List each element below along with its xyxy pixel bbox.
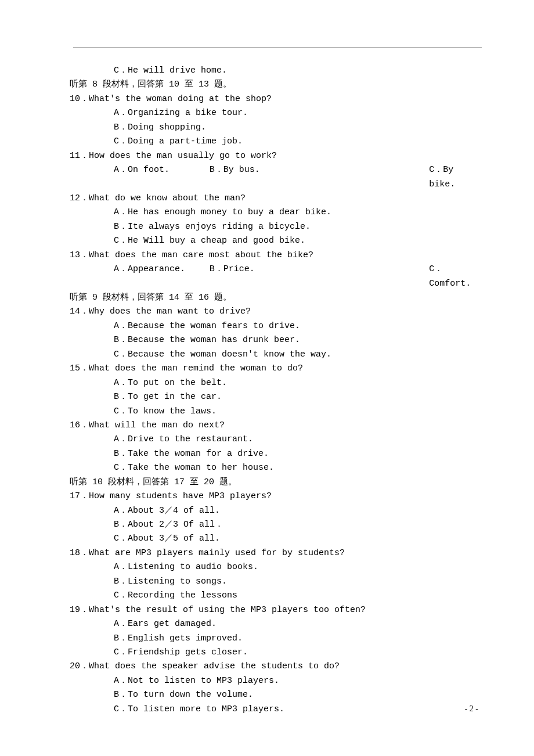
text-line: C．Doing a part-time job.	[70, 135, 482, 149]
text-line: A．Because the woman fears to drive.	[70, 319, 482, 333]
text-line: 11．How does the man usually go to work?	[70, 149, 482, 163]
option-b: B．Price.	[210, 262, 430, 291]
text-line: 听第 10 段材料，回答第 17 至 20 题。	[70, 476, 482, 489]
text-line: 听第 9 段材料，回答第 14 至 16 题。	[70, 291, 482, 305]
option-a: A．Appearance.	[114, 262, 210, 291]
option-a: A．On foot.	[114, 163, 210, 192]
text-line: B．English gets improved.	[70, 632, 482, 646]
text-line: 12．What do we know about the man?	[70, 192, 482, 206]
text-line: 19．What's the result of using the MP3 pl…	[70, 603, 482, 617]
text-line: C．He will drive home.	[70, 64, 482, 78]
text-line: 17．How many students have MP3 players?	[70, 489, 482, 503]
text-line: 10．What's the woman doing at the shop?	[70, 92, 482, 106]
text-line: B．Ite always enjoys riding a bicycle.	[70, 220, 482, 234]
text-line: 15．What does the man remind the woman to…	[70, 362, 482, 376]
text-line: C．Because the woman doesn't know the way…	[70, 348, 482, 362]
text-line: A．Organizing a bike tour.	[70, 106, 482, 120]
text-line: 18．What are MP3 players mainly used for …	[70, 546, 482, 560]
text-line: 20．What does the speaker advise the stud…	[70, 660, 482, 674]
text-line: B．Listening to songs.	[70, 575, 482, 589]
text-line: C．Recording the lessons	[70, 589, 482, 603]
exam-page-content: C．He will drive home.听第 8 段材料，回答第 10 至 1…	[0, 0, 534, 717]
text-line: B．Take the woman for a drive.	[70, 447, 482, 461]
text-line: 13．What does the man care most about the…	[70, 249, 482, 262]
text-line: B．Doing shopping.	[70, 121, 482, 135]
text-line: B．About 2／3 Of all．	[70, 518, 482, 532]
text-line: A．Drive to the restaurant.	[70, 433, 482, 447]
text-line: C．To know the laws.	[70, 405, 482, 419]
option-c: C．Comfort.	[429, 262, 482, 291]
option-b: B．By bus.	[210, 163, 430, 192]
text-line: B．To get in the car.	[70, 390, 482, 404]
text-line: C．Friendship gets closer.	[70, 646, 482, 660]
option-row: A．On foot.B．By bus.C．By bike.	[70, 163, 482, 192]
page-number: - 2 -	[465, 703, 478, 716]
text-line: B．Because the woman has drunk beer.	[70, 333, 482, 347]
text-line: 听第 8 段材料，回答第 10 至 13 题。	[70, 78, 482, 92]
text-line: 16．What will the man do next?	[70, 419, 482, 433]
text-line: A．He has enough money to buy a dear bike…	[70, 206, 482, 219]
text-line: A．Listening to audio books.	[70, 560, 482, 574]
text-line: 14．Why does the man want to drive?	[70, 305, 482, 319]
text-line: C．Take the woman to her house.	[70, 461, 482, 475]
text-line: A．Ears get damaged.	[70, 617, 482, 631]
text-line: C．He Will buy a cheap and good bike.	[70, 234, 482, 248]
option-row: A．Appearance.B．Price.C．Comfort.	[70, 262, 482, 291]
option-c: C．By bike.	[429, 163, 482, 192]
horizontal-rule	[73, 48, 482, 48]
text-line: A．To put on the belt.	[70, 376, 482, 390]
text-line: C．To listen more to MP3 players.	[70, 703, 482, 717]
text-line: A．Not to listen to MP3 players.	[70, 674, 482, 688]
text-line: A．About 3／4 of all.	[70, 504, 482, 518]
text-line: B．To turn down the volume.	[70, 688, 482, 702]
text-line: C．About 3／5 of all.	[70, 532, 482, 546]
